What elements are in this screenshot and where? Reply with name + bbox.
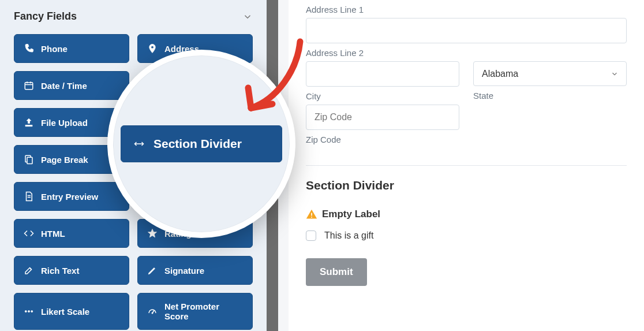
svg-rect-13: [311, 213, 312, 216]
star-icon: [147, 228, 158, 239]
gift-checkbox-row: This is a gift: [306, 230, 627, 241]
form-preview: Address Line 1 Address Line 2 City Alaba…: [289, 0, 644, 331]
dots-icon: [24, 306, 34, 317]
svg-point-10: [31, 311, 33, 313]
state-select[interactable]: Alabama: [473, 61, 627, 86]
field-label: Phone: [41, 44, 68, 54]
field-richtext[interactable]: Rich Text: [14, 256, 129, 285]
calendar-icon: [24, 80, 34, 91]
field-entrypreview[interactable]: Entry Preview: [14, 182, 129, 211]
field-phone[interactable]: Phone: [14, 34, 129, 63]
field-nps[interactable]: Net Promoter Score: [137, 293, 253, 330]
field-label: File Upload: [41, 118, 88, 128]
document-icon: [24, 191, 34, 202]
edit-icon: [24, 265, 34, 276]
chevron-down-icon: [242, 12, 253, 22]
section-divider-title: Section Divider: [306, 178, 627, 192]
pencil-icon: [147, 265, 158, 276]
magnifier-overlay: Section Divider: [107, 50, 295, 238]
svg-rect-14: [311, 217, 312, 218]
svg-point-9: [28, 311, 30, 313]
city-input[interactable]: [306, 61, 459, 87]
field-label: Date / Time: [41, 81, 87, 91]
gift-checkbox-label: This is a gift: [324, 230, 373, 241]
submit-button[interactable]: Submit: [306, 258, 367, 286]
zip-input[interactable]: [306, 105, 459, 130]
pages-icon: [24, 154, 34, 165]
field-label: Net Promoter Score: [164, 302, 243, 321]
field-datetime[interactable]: Date / Time: [14, 71, 129, 100]
gauge-icon: [147, 306, 158, 317]
sidebar-section-title: Fancy Fields: [14, 10, 77, 23]
zip-label: Zip Code: [306, 135, 459, 144]
svg-point-8: [25, 311, 27, 313]
section-divider-line: [306, 165, 627, 166]
field-html[interactable]: HTML: [14, 219, 129, 248]
field-likert[interactable]: Likert Scale: [14, 293, 129, 330]
warning-text: Empty Label: [322, 209, 380, 220]
field-label: Section Divider: [153, 137, 242, 151]
address1-label: Address Line 1: [306, 5, 627, 14]
field-signature[interactable]: Signature: [137, 256, 253, 285]
field-section-divider[interactable]: Section Divider: [121, 125, 282, 162]
empty-label-warning: Empty Label: [306, 209, 627, 220]
field-label: Rich Text: [41, 266, 79, 276]
code-icon: [24, 228, 34, 239]
city-label: City: [306, 91, 459, 101]
svg-rect-0: [25, 83, 33, 90]
field-label: Entry Preview: [41, 192, 98, 202]
state-label: State: [473, 91, 627, 101]
warning-icon: [306, 209, 317, 220]
field-label: Signature: [164, 266, 204, 276]
svg-rect-5: [27, 157, 32, 163]
svg-point-12: [152, 313, 153, 314]
field-label: HTML: [41, 229, 65, 239]
address1-input[interactable]: [306, 18, 627, 43]
address2-label: Address Line 2: [306, 48, 627, 58]
gift-checkbox[interactable]: [306, 230, 316, 241]
field-label: Likert Scale: [41, 307, 89, 317]
sidebar-section-header[interactable]: Fancy Fields: [14, 10, 253, 23]
map-pin-icon: [147, 43, 158, 54]
divider-icon: [134, 139, 144, 149]
phone-icon: [24, 43, 34, 54]
field-label: Page Break: [41, 155, 88, 165]
upload-icon: [24, 117, 34, 128]
